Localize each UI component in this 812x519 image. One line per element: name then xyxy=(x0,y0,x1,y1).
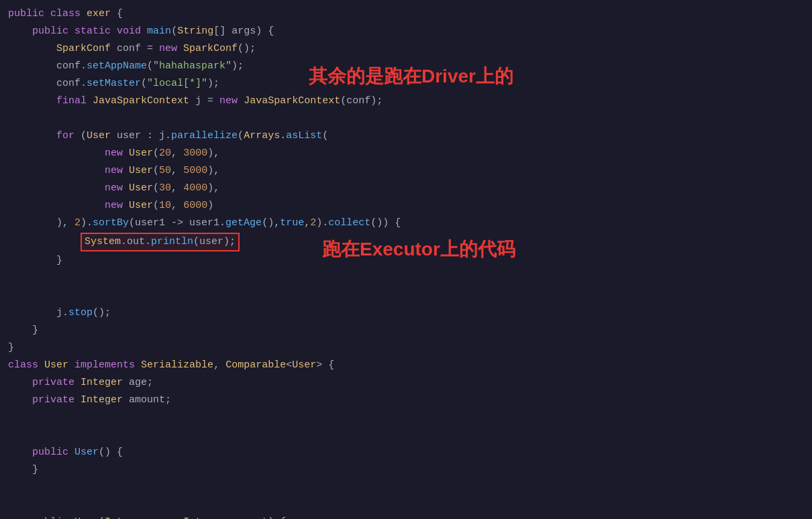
code-line-25 xyxy=(0,426,812,444)
code-line-21: class User implements Serializable, Comp… xyxy=(0,357,812,374)
code-line-9: new User(20, 3000), xyxy=(0,145,812,162)
code-line-6: final JavaSparkContext j = new JavaSpark… xyxy=(0,93,812,110)
code-line-1: public class exer { xyxy=(0,5,812,23)
code-line-22: private Integer age; xyxy=(0,374,812,392)
code-line-11: new User(30, 4000), xyxy=(0,180,812,197)
annotation-executor: 跑在Executor上的代码 xyxy=(322,235,515,265)
code-line-12: new User(10, 6000) xyxy=(0,197,812,215)
code-line-30: public User(Integer age, Integer amount)… xyxy=(0,514,812,519)
code-line-13: ), 2).sortBy(user1 -> user1.getAge(),tru… xyxy=(0,215,812,232)
code-line-16 xyxy=(0,270,812,287)
code-line-2: public static void main(String[] args) { xyxy=(0,23,812,40)
code-line-7 xyxy=(0,110,812,127)
code-line-28 xyxy=(0,479,812,496)
code-line-8: for (User user : j.parallelize(Arrays.as… xyxy=(0,127,812,145)
code-line-19: } xyxy=(0,322,812,339)
code-line-17 xyxy=(0,287,812,304)
code-line-10: new User(50, 5000), xyxy=(0,162,812,180)
code-line-27: } xyxy=(0,461,812,479)
code-line-24 xyxy=(0,409,812,426)
code-line-23: private Integer amount; xyxy=(0,392,812,409)
code-line-20: } xyxy=(0,339,812,357)
code-container: public class exer { public static void m… xyxy=(0,0,812,519)
code-line-29 xyxy=(0,496,812,514)
code-line-26: public User() { xyxy=(0,444,812,461)
annotation-driver: 其余的是跑在Driver上的 xyxy=(309,62,513,92)
code-line-18: j.stop(); xyxy=(0,304,812,322)
code-line-3: SparkConf conf = new SparkConf(); xyxy=(0,40,812,58)
